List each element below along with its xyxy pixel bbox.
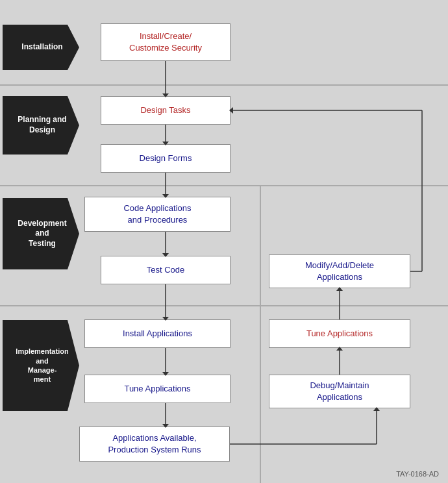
box-modify-add: Modify/Add/DeleteApplications xyxy=(269,254,410,288)
watermark: TAY-0168-AD xyxy=(396,470,439,478)
box-tune-apps-left-text: Tune Applications xyxy=(124,383,190,395)
diagram-container: Installation Planning andDesign Developm… xyxy=(0,0,448,483)
phase-implementation: ImplementationandManage-ment xyxy=(3,320,79,411)
phase-development-label: DevelopmentandTesting xyxy=(18,219,66,249)
box-test-code-text: Test Code xyxy=(147,264,185,276)
phase-installation-label: Installation xyxy=(21,42,62,53)
box-apps-available-text: Applications Available,Production System… xyxy=(108,432,201,456)
phase-installation: Installation xyxy=(3,25,79,70)
box-tune-apps-right-text: Tune Applications xyxy=(306,328,373,340)
box-install-create-text: Install/Create/Customize Security xyxy=(129,31,202,54)
box-design-tasks: Design Tasks xyxy=(101,96,230,125)
box-debug-maintain: Debug/MaintainApplications xyxy=(269,375,410,408)
box-design-forms-text: Design Forms xyxy=(140,153,192,164)
phase-planning: Planning andDesign xyxy=(3,96,79,155)
box-tune-apps-left: Tune Applications xyxy=(84,375,230,403)
box-install-apps: Install Applications xyxy=(84,319,230,348)
box-design-forms: Design Forms xyxy=(101,144,230,173)
box-code-apps-text: Code Applicationsand Procedures xyxy=(123,203,191,226)
divider-2 xyxy=(0,185,448,186)
box-install-create: Install/Create/Customize Security xyxy=(101,23,230,61)
phase-planning-label: Planning andDesign xyxy=(18,115,66,135)
box-tune-apps-right: Tune Applications xyxy=(269,319,410,348)
box-modify-add-text: Modify/Add/DeleteApplications xyxy=(305,260,374,283)
box-test-code: Test Code xyxy=(101,256,230,284)
box-design-tasks-text: Design Tasks xyxy=(140,105,190,116)
box-debug-maintain-text: Debug/MaintainApplications xyxy=(310,380,369,403)
phase-implementation-label: ImplementationandManage-ment xyxy=(16,347,68,384)
box-code-apps: Code Applicationsand Procedures xyxy=(84,197,230,232)
divider-3 xyxy=(0,305,448,306)
phase-development: DevelopmentandTesting xyxy=(3,198,79,269)
box-install-apps-text: Install Applications xyxy=(123,328,192,340)
box-apps-available: Applications Available,Production System… xyxy=(79,427,230,462)
divider-1 xyxy=(0,84,448,86)
col-divider xyxy=(260,185,261,483)
